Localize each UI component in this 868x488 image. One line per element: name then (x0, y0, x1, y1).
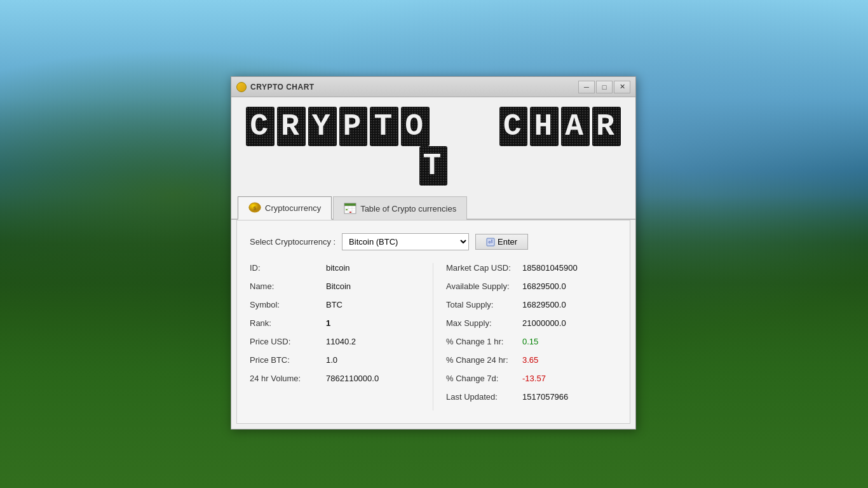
svg-text:⏎: ⏎ (488, 239, 493, 245)
value-price-btc: 1.0 (326, 355, 337, 365)
value-last-updated: 1517057966 (522, 392, 568, 402)
enter-button-label: Enter (498, 237, 517, 247)
enter-icon: ⏎ (486, 238, 495, 247)
tab-bar: $ Cryptocurrency (231, 195, 635, 220)
value-price-usd: 11040.2 (326, 337, 356, 346)
content-area: Select Cryptocurrency : Bitcoin (BTC) Et… (236, 220, 630, 424)
svg-text:$: $ (254, 205, 257, 211)
data-grid: ID: bitcoin Name: Bitcoin Symbol: BTC Ra… (250, 263, 617, 410)
enter-button[interactable]: ⏎ Enter (475, 234, 528, 250)
titlebar-title: CRYPTO CHART (250, 83, 578, 92)
data-row-volume: 24 hr Volume: 7862110000.0 (250, 374, 414, 383)
data-row-id: ID: bitcoin (250, 263, 414, 273)
select-label: Select Cryptocurrency : (250, 237, 336, 247)
value-symbol: BTC (326, 300, 342, 309)
close-button[interactable]: ✕ (614, 81, 630, 93)
app-title: CRYPTO CHART (244, 107, 623, 186)
label-id: ID: (250, 263, 326, 273)
title-char-h: H (530, 107, 559, 146)
titlebar-icon (236, 82, 247, 92)
svg-rect-4 (344, 203, 356, 206)
label-total-supply: Total Supply: (446, 300, 522, 309)
data-row-price-usd: Price USD: 11040.2 (250, 337, 414, 346)
tab-table[interactable]: Table of Crypto currencies (333, 196, 467, 220)
label-last-updated: Last Updated: (446, 392, 522, 402)
title-char-r: R (277, 107, 306, 146)
data-row-max-supply: Max Supply: 21000000.0 (446, 318, 604, 328)
value-max-supply: 21000000.0 (522, 318, 566, 328)
tab-table-label: Table of Crypto currencies (360, 204, 456, 214)
tab-cryptocurrency-label: Cryptocurrency (265, 203, 321, 213)
title-char-o: O (401, 107, 430, 146)
app-window: CRYPTO CHART ─ □ ✕ CRYPTO CHART $ (231, 76, 636, 430)
label-change-1hr: % Change 1 hr: (446, 337, 522, 346)
data-row-change-24hr: % Change 24 hr: 3.65 (446, 355, 604, 365)
svg-rect-9 (346, 209, 348, 210)
value-market-cap: 185801045900 (522, 263, 578, 273)
data-row-change-7d: % Change 7d: -13.57 (446, 374, 604, 383)
label-price-btc: Price BTC: (250, 355, 326, 365)
titlebar: CRYPTO CHART ─ □ ✕ (231, 77, 635, 97)
right-data-section: Market Cap USD: 185801045900 Available S… (433, 263, 617, 410)
maximize-button[interactable]: □ (596, 81, 613, 93)
title-char-a: A (561, 107, 590, 146)
value-change-1hr: 0.15 (522, 337, 538, 346)
data-row-rank: Rank: 1 (250, 318, 414, 328)
label-avail-supply: Available Supply: (446, 281, 522, 291)
value-rank: 1 (326, 318, 330, 328)
left-data-section: ID: bitcoin Name: Bitcoin Symbol: BTC Ra… (250, 263, 433, 410)
label-price-usd: Price USD: (250, 337, 326, 346)
title-char-t: T (419, 146, 448, 186)
title-char-c2: C (499, 107, 528, 146)
data-row-name: Name: Bitcoin (250, 281, 414, 291)
title-char-p: P (339, 107, 368, 146)
value-total-supply: 16829500.0 (522, 300, 566, 309)
value-id: bitcoin (326, 263, 350, 273)
tab-cryptocurrency[interactable]: $ Cryptocurrency (238, 196, 332, 220)
select-row: Select Cryptocurrency : Bitcoin (BTC) Et… (250, 233, 617, 250)
label-rank: Rank: (250, 318, 326, 328)
titlebar-buttons: ─ □ ✕ (578, 81, 630, 93)
value-change-7d: -13.57 (522, 374, 546, 383)
cryptocurrency-select[interactable]: Bitcoin (BTC) Ethereum (ETH) Ripple (XRP… (342, 233, 469, 250)
data-row-market-cap: Market Cap USD: 185801045900 (446, 263, 604, 273)
title-char-y: Y (308, 107, 337, 146)
app-header: CRYPTO CHART (231, 97, 635, 195)
value-avail-supply: 16829500.0 (522, 281, 566, 291)
coin-icon: $ (248, 202, 261, 214)
label-volume: 24 hr Volume: (250, 374, 326, 383)
label-change-24hr: % Change 24 hr: (446, 355, 522, 365)
value-volume: 7862110000.0 (326, 374, 379, 383)
data-row-change-1hr: % Change 1 hr: 0.15 (446, 337, 604, 346)
title-char-c: C (246, 107, 275, 146)
svg-rect-10 (349, 212, 351, 213)
table-icon (344, 203, 356, 214)
data-row-last-updated: Last Updated: 1517057966 (446, 392, 604, 402)
value-name: Bitcoin (326, 281, 351, 291)
title-char-r2: R (592, 107, 621, 146)
label-name: Name: (250, 281, 326, 291)
label-symbol: Symbol: (250, 300, 326, 309)
minimize-button[interactable]: ─ (578, 81, 595, 93)
data-row-price-btc: Price BTC: 1.0 (250, 355, 414, 365)
data-row-total-supply: Total Supply: 16829500.0 (446, 300, 604, 309)
value-change-24hr: 3.65 (522, 355, 538, 365)
label-max-supply: Max Supply: (446, 318, 522, 328)
data-row-symbol: Symbol: BTC (250, 300, 414, 309)
label-change-7d: % Change 7d: (446, 374, 522, 383)
title-char-t: T (370, 107, 398, 146)
label-market-cap: Market Cap USD: (446, 263, 522, 273)
data-row-avail-supply: Available Supply: 16829500.0 (446, 281, 604, 291)
